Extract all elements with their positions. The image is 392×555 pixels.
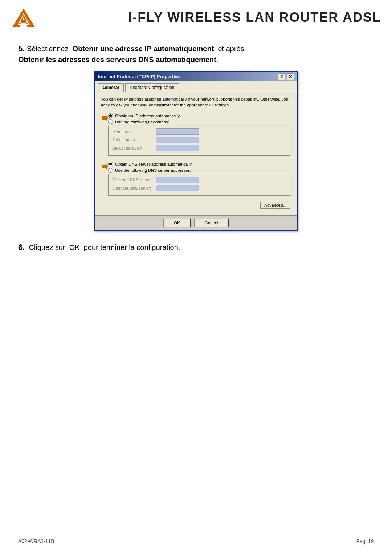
- cancel-button[interactable]: Cancel: [194, 219, 229, 227]
- use-following-dns-label: Use the following DNS server addresses:: [115, 168, 191, 173]
- subnet-mask-row: Subnet mask:: [112, 137, 287, 143]
- ip-address-input[interactable]: [156, 128, 199, 135]
- step5-paragraph: 5. Sélectionnez Obtenir une adresse IP a…: [18, 43, 374, 65]
- dialog-titlebar: Internet Protocol (TCP/IP) Properties ? …: [95, 72, 297, 81]
- ip-address-label: IP address:: [112, 129, 156, 134]
- alternate-dns-row: Alternate DNS server:: [112, 185, 287, 191]
- obtain-dns-auto-radio[interactable]: [108, 162, 113, 166]
- dialog-controls: ? ✕: [278, 73, 294, 80]
- page-header: I-FLY WIRELESS LAN ROUTER ADSL: [0, 0, 392, 32]
- dns-section: Obtain DNS server address automatically …: [101, 162, 291, 199]
- obtain-ip-auto-label: Obtain an IP address automatically: [115, 114, 180, 118]
- use-following-dns-row: Use the following DNS server addresses:: [108, 168, 291, 173]
- dns-fields-group: Preferred DNS server: Alternate DNS serv…: [108, 174, 291, 196]
- ip-fields-group: IP address: Subnet mask: Default gateway…: [108, 126, 291, 156]
- use-following-ip-label: Use the following IP address:: [115, 120, 169, 124]
- ip-section-content: Obtain an IP address automatically Use t…: [108, 113, 291, 159]
- use-following-ip-radio[interactable]: [108, 119, 113, 124]
- tab-alternate-configuration[interactable]: Alternate Configuration: [125, 83, 179, 92]
- step5-bold1: Obtenir une adresse IP automatiquement: [73, 45, 214, 53]
- alternate-dns-input[interactable]: [156, 185, 199, 191]
- step6-number: 6.: [18, 243, 25, 252]
- dialog-footer: OK Cancel: [95, 215, 297, 230]
- ok-button[interactable]: OK: [163, 219, 191, 227]
- advanced-actions: Advanced...: [101, 202, 291, 209]
- tab-general[interactable]: General: [98, 83, 124, 92]
- step5-text-before: Sélectionnez: [27, 45, 69, 53]
- dialog-tabs: General Alternate Configuration: [95, 81, 297, 92]
- obtain-ip-auto-row: Obtain an IP address automatically: [108, 113, 291, 118]
- preferred-dns-input[interactable]: [156, 177, 199, 183]
- main-content: 5. Sélectionnez Obtenir une adresse IP a…: [0, 32, 392, 275]
- default-gateway-label: Default gateway:: [112, 146, 156, 150]
- dialog-description: You can get IP settings assigned automat…: [101, 96, 291, 108]
- dialog-body: You can get IP settings assigned automat…: [95, 92, 297, 215]
- default-gateway-input[interactable]: [156, 145, 199, 151]
- use-following-ip-row: Use the following IP address:: [108, 119, 291, 124]
- svg-marker-0: [13, 8, 34, 27]
- preferred-dns-label: Preferred DNS server:: [112, 178, 156, 182]
- step5-text-middle: et après: [218, 45, 244, 53]
- footer-model: A02-WRA2-11B: [18, 538, 54, 544]
- step6-text-after: pour terminer la configuration.: [84, 243, 180, 251]
- svg-rect-3: [21, 20, 26, 23]
- svg-marker-5: [102, 163, 108, 170]
- tcp-ip-dialog: Internet Protocol (TCP/IP) Properties ? …: [94, 71, 298, 231]
- dns-section-content: Obtain DNS server address automatically …: [108, 162, 291, 199]
- alternate-dns-label: Alternate DNS server:: [112, 186, 156, 190]
- subnet-mask-input[interactable]: [156, 137, 199, 143]
- obtain-dns-auto-label: Obtain DNS server address automatically: [115, 162, 192, 166]
- advanced-button[interactable]: Advanced...: [260, 202, 290, 209]
- arrow-ip-icon: [101, 114, 108, 123]
- page-footer: A02-WRA2-11B Pag. 19: [18, 538, 374, 544]
- obtain-ip-auto-radio[interactable]: [108, 113, 113, 118]
- step6-text-before: Cliquez sur: [29, 243, 65, 251]
- step5-number: 5.: [18, 44, 25, 53]
- dialog-title: Internet Protocol (TCP/IP) Properties: [98, 74, 180, 79]
- ip-section: Obtain an IP address automatically Use t…: [101, 113, 291, 159]
- arrow-dns-icon: [101, 162, 108, 171]
- header-title: I-FLY WIRELESS LAN ROUTER ADSL: [36, 10, 381, 25]
- footer-page: Pag. 19: [356, 538, 374, 544]
- step6-paragraph: 6. Cliquez sur OK pour terminer la confi…: [18, 242, 374, 253]
- subnet-mask-label: Subnet mask:: [112, 138, 156, 142]
- step5-text-end: .: [216, 56, 219, 64]
- brand-logo: [11, 7, 36, 28]
- svg-marker-4: [102, 115, 108, 121]
- ip-address-row: IP address:: [112, 128, 287, 135]
- dialog-close-button[interactable]: ✕: [287, 73, 294, 80]
- use-following-dns-radio[interactable]: [108, 168, 113, 173]
- obtain-dns-auto-row: Obtain DNS server address automatically: [108, 162, 291, 166]
- step5-bold2: Obtenir les adresses des serveurs DNS au…: [18, 56, 216, 64]
- dialog-help-button[interactable]: ?: [278, 73, 285, 80]
- preferred-dns-row: Preferred DNS server:: [112, 177, 287, 183]
- default-gateway-row: Default gateway:: [112, 145, 287, 151]
- step6-bold: OK: [69, 243, 80, 251]
